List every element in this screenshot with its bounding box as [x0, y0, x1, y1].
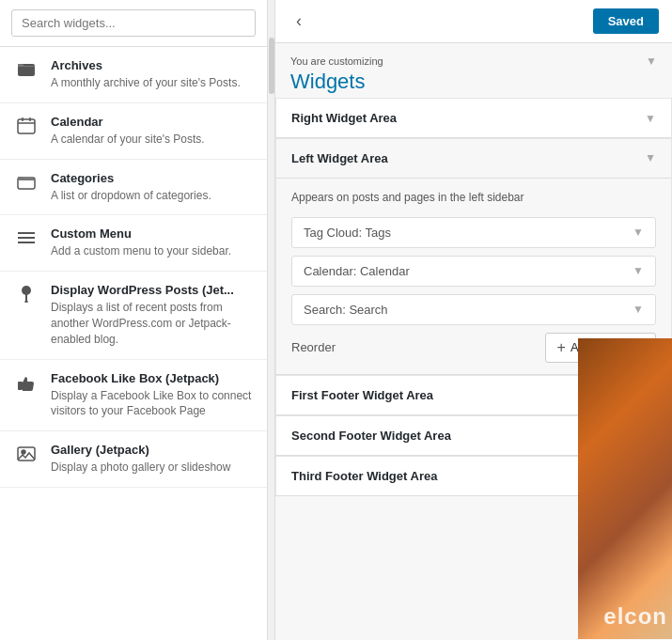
widget-title: Categories — [51, 171, 211, 185]
scroll-thumb[interactable] — [269, 38, 274, 94]
area-title-first-footer-widget-area: First Footer Widget Area — [291, 388, 433, 402]
widget-item-calendar[interactable]: Calendar A calendar of your site's Posts… — [0, 103, 267, 160]
widget-desc: Add a custom menu to your sidebar. — [51, 243, 231, 259]
area-header-right-widget-area[interactable]: Right Widget Area ▼ — [276, 99, 671, 137]
widget-title: Gallery (Jetpack) — [51, 443, 230, 457]
folder-icon — [13, 60, 39, 79]
svg-point-11 — [24, 301, 28, 303]
photo-preview: elcon — [578, 338, 672, 639]
widget-title: Calendar — [51, 115, 205, 129]
widget-desc: A monthly archive of your site's Posts. — [51, 75, 241, 91]
area-header-left-widget-area[interactable]: Left Widget Area ▲ — [276, 139, 671, 178]
widget-title: Custom Menu — [51, 226, 231, 241]
area-right-widget-area: Right Widget Area ▼ — [275, 98, 672, 138]
back-button[interactable]: ‹ — [289, 8, 309, 35]
widget-desc: A calendar of your site's Posts. — [51, 132, 205, 148]
widget-select-row[interactable]: Calendar: Calendar ▼ — [291, 256, 656, 287]
left-panel: Archives A monthly archive of your site'… — [0, 0, 268, 640]
svg-rect-13 — [18, 447, 35, 460]
widget-item-categories[interactable]: Categories A list or dropdown of categor… — [0, 160, 267, 216]
saved-button[interactable]: Saved — [593, 8, 659, 34]
svg-rect-1 — [18, 119, 35, 133]
widget-list: Archives A monthly archive of your site'… — [0, 47, 267, 640]
area-title-second-footer-widget-area: Second Footer Widget Area — [291, 429, 451, 443]
widget-item-archives[interactable]: Archives A monthly archive of your site'… — [0, 47, 267, 103]
widget-select-label: Tag Cloud: Tags — [304, 226, 391, 240]
widget-desc: Displays a list of recent posts from ano… — [51, 300, 254, 347]
customizing-chevron: ▼ — [646, 55, 657, 68]
right-panel: ‹ Saved You are customizing ▼ Widgets Ri… — [275, 0, 672, 640]
menu-icon — [13, 228, 39, 247]
area-description: Appears on posts and pages in the left s… — [291, 190, 656, 206]
widget-item-gallery[interactable]: Gallery (Jetpack) Display a photo galler… — [0, 431, 267, 488]
customizing-text: You are customizing — [290, 55, 383, 67]
area-chevron-right-widget-area: ▼ — [645, 112, 656, 125]
calendar-icon — [13, 117, 39, 135]
customizing-area: You are customizing ▼ Widgets — [275, 43, 672, 98]
pin-icon — [13, 285, 39, 304]
reorder-button[interactable]: Reorder — [291, 336, 336, 358]
search-input[interactable] — [11, 9, 256, 37]
folder-open-icon — [13, 173, 39, 192]
widget-select-label: Search: Search — [304, 303, 388, 317]
photo-text: elcon — [603, 603, 667, 630]
widget-select-chevron: ▼ — [633, 264, 644, 277]
area-chevron-left-widget-area: ▲ — [645, 152, 656, 165]
widgets-title: Widgets — [290, 70, 657, 94]
area-title-third-footer-widget-area: Third Footer Widget Area — [291, 469, 437, 483]
widget-select-label: Calendar: Calendar — [304, 264, 410, 278]
plus-icon: + — [557, 339, 566, 356]
svg-rect-12 — [18, 382, 23, 390]
widget-title: Display WordPress Posts (Jet... — [51, 283, 254, 297]
area-title-right-widget-area: Right Widget Area — [291, 111, 397, 125]
widget-item-display-wp-posts[interactable]: Display WordPress Posts (Jet... Displays… — [0, 272, 267, 359]
scrollbar[interactable] — [268, 0, 275, 640]
widget-item-facebook-like-box[interactable]: Facebook Like Box (Jetpack) Display a Fa… — [0, 360, 267, 432]
search-box — [0, 0, 267, 47]
widget-desc: A list or dropdown of categories. — [51, 188, 211, 204]
svg-point-9 — [22, 286, 31, 295]
widget-title: Archives — [51, 58, 241, 72]
svg-rect-7 — [18, 237, 35, 239]
widget-select-row[interactable]: Search: Search ▼ — [291, 294, 656, 325]
svg-rect-6 — [18, 232, 35, 234]
customizing-label: You are customizing ▼ — [290, 55, 657, 68]
right-header: ‹ Saved — [275, 0, 672, 43]
thumbs-up-icon — [13, 373, 39, 392]
widget-select-chevron: ▼ — [633, 226, 644, 239]
svg-point-14 — [22, 450, 25, 454]
widget-desc: Display a photo gallery or slideshow — [51, 460, 230, 476]
svg-rect-8 — [18, 242, 35, 243]
widget-item-custom-menu[interactable]: Custom Menu Add a custom menu to your si… — [0, 215, 267, 272]
widget-desc: Display a Facebook Like Box to connect v… — [51, 388, 254, 420]
widget-title: Facebook Like Box (Jetpack) — [51, 371, 254, 385]
area-title-left-widget-area: Left Widget Area — [291, 151, 388, 165]
svg-rect-10 — [25, 294, 27, 302]
widget-select-row[interactable]: Tag Cloud: Tags ▼ — [291, 217, 656, 248]
widget-select-chevron: ▼ — [633, 303, 644, 316]
image-icon — [13, 445, 39, 463]
